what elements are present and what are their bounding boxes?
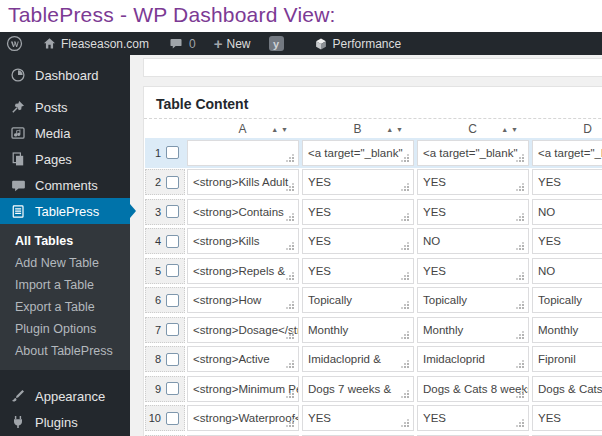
sidebar-item-appearance[interactable]: Appearance xyxy=(0,383,130,409)
sidebar-item-media[interactable]: Media xyxy=(0,120,130,146)
cell-textarea[interactable]: YES xyxy=(532,405,602,431)
resize-grip-icon[interactable] xyxy=(516,360,524,368)
cell-textarea[interactable]: <strong>Contains xyxy=(187,199,299,225)
resize-grip-icon[interactable] xyxy=(516,242,524,250)
resize-grip-icon[interactable] xyxy=(516,301,524,309)
sort-arrows-icon[interactable]: ▲▼ xyxy=(271,126,291,133)
row-checkbox[interactable] xyxy=(166,294,179,307)
submenu-item-plugin-options[interactable]: Plugin Options xyxy=(0,318,130,340)
cell-textarea[interactable]: <strong>Active xyxy=(187,346,299,372)
cell-textarea[interactable]: <strong>How xyxy=(187,287,299,313)
sidebar-item-posts[interactable]: Posts xyxy=(0,94,130,120)
cell-textarea[interactable] xyxy=(187,140,299,166)
cell-textarea[interactable]: YES xyxy=(417,258,529,284)
sidebar-item-pages[interactable]: Pages xyxy=(0,146,130,172)
cell-textarea[interactable]: Monthly xyxy=(532,317,602,343)
resize-grip-icon[interactable] xyxy=(401,301,409,309)
sidebar-item-plugins[interactable]: Plugins xyxy=(0,409,130,435)
cell-textarea[interactable]: YES xyxy=(532,228,602,254)
resize-grip-icon[interactable] xyxy=(286,272,294,280)
row-checkbox[interactable] xyxy=(166,353,179,366)
cell-textarea[interactable]: Imidacloprid & xyxy=(302,346,414,372)
cell-textarea[interactable]: YES xyxy=(417,169,529,195)
row-checkbox[interactable] xyxy=(166,264,179,277)
cell-textarea[interactable]: <strong>Repels & xyxy=(187,258,299,284)
cell-textarea[interactable]: <strong>Waterproof< xyxy=(187,405,299,431)
row-checkbox[interactable] xyxy=(166,146,179,159)
resize-grip-icon[interactable] xyxy=(516,331,524,339)
cell-textarea[interactable]: Topically xyxy=(532,287,602,313)
resize-grip-icon[interactable] xyxy=(401,272,409,280)
yoast-seo-button[interactable]: y xyxy=(262,32,291,55)
submenu-item-export-a-table[interactable]: Export a Table xyxy=(0,296,130,318)
resize-grip-icon[interactable] xyxy=(516,213,524,221)
cell-textarea[interactable]: Dogs & Cats 8 weeks xyxy=(417,376,529,402)
resize-grip-icon[interactable] xyxy=(401,183,409,191)
resize-grip-icon[interactable] xyxy=(516,390,524,398)
site-name-button[interactable]: Fleaseason.com xyxy=(36,32,156,55)
cell-textarea[interactable]: Dogs 7 weeks & xyxy=(302,376,414,402)
cell-textarea[interactable]: YES xyxy=(532,169,602,195)
resize-grip-icon[interactable] xyxy=(286,419,294,427)
sidebar-item-tablepress[interactable]: TablePress xyxy=(0,198,130,224)
resize-grip-icon[interactable] xyxy=(286,390,294,398)
cell-textarea[interactable]: Monthly xyxy=(417,317,529,343)
performance-menu-button[interactable]: Performance xyxy=(307,32,409,55)
submenu-item-all-tables[interactable]: All Tables xyxy=(0,230,130,252)
resize-grip-icon[interactable] xyxy=(401,390,409,398)
submenu-item-import-a-table[interactable]: Import a Table xyxy=(0,274,130,296)
resize-grip-icon[interactable] xyxy=(286,331,294,339)
resize-grip-icon[interactable] xyxy=(286,360,294,368)
resize-grip-icon[interactable] xyxy=(286,301,294,309)
cell-textarea[interactable]: Dogs & Cats 8 xyxy=(532,376,602,402)
wordpress-logo-button[interactable] xyxy=(0,32,30,55)
cell-textarea[interactable]: Topically xyxy=(417,287,529,313)
cell-textarea[interactable]: YES xyxy=(302,199,414,225)
sidebar-item-dashboard[interactable]: Dashboard xyxy=(0,62,130,88)
resize-grip-icon[interactable] xyxy=(286,154,294,162)
row-checkbox[interactable] xyxy=(166,382,179,395)
sidebar-item-comments[interactable]: Comments xyxy=(0,172,130,198)
resize-grip-icon[interactable] xyxy=(516,419,524,427)
resize-grip-icon[interactable] xyxy=(401,213,409,221)
cell-textarea[interactable]: <strong>Minimum Pet xyxy=(187,376,299,402)
resize-grip-icon[interactable] xyxy=(401,419,409,427)
cell-textarea[interactable]: YES xyxy=(417,199,529,225)
cell-textarea[interactable]: YES xyxy=(302,258,414,284)
cell-textarea[interactable]: YES xyxy=(302,405,414,431)
resize-grip-icon[interactable] xyxy=(516,154,524,162)
resize-grip-icon[interactable] xyxy=(401,331,409,339)
cell-textarea[interactable]: Imidacloprid xyxy=(417,346,529,372)
cell-textarea[interactable]: NO xyxy=(417,228,529,254)
new-content-button[interactable]: + New xyxy=(207,32,258,55)
sort-arrows-icon[interactable]: ▲▼ xyxy=(501,126,521,133)
resize-grip-icon[interactable] xyxy=(401,154,409,162)
cell-textarea[interactable]: YES xyxy=(302,228,414,254)
resize-grip-icon[interactable] xyxy=(286,213,294,221)
submenu-item-about-tablepress[interactable]: About TablePress xyxy=(0,340,130,362)
cell-textarea[interactable]: <a target="_blank" xyxy=(532,140,602,166)
cell-textarea[interactable]: YES xyxy=(417,405,529,431)
cell-textarea[interactable]: <a target="_blank" xyxy=(417,140,529,166)
resize-grip-icon[interactable] xyxy=(401,242,409,250)
cell-textarea[interactable]: NO xyxy=(532,199,602,225)
resize-grip-icon[interactable] xyxy=(286,183,294,191)
sort-arrows-icon[interactable]: ▲▼ xyxy=(386,126,406,133)
comments-badge-button[interactable]: 0 xyxy=(162,32,203,55)
row-checkbox[interactable] xyxy=(166,323,179,336)
cell-textarea[interactable]: <strong>Kills Adult xyxy=(187,169,299,195)
cell-textarea[interactable]: <strong>Kills xyxy=(187,228,299,254)
cell-textarea[interactable]: NO xyxy=(532,258,602,284)
cell-textarea[interactable]: Fipronil xyxy=(532,346,602,372)
row-checkbox[interactable] xyxy=(166,235,179,248)
submenu-item-add-new-table[interactable]: Add New Table xyxy=(0,252,130,274)
resize-grip-icon[interactable] xyxy=(286,242,294,250)
row-checkbox[interactable] xyxy=(166,205,179,218)
resize-grip-icon[interactable] xyxy=(516,183,524,191)
cell-textarea[interactable]: YES xyxy=(302,169,414,195)
row-checkbox[interactable] xyxy=(166,412,179,425)
resize-grip-icon[interactable] xyxy=(401,360,409,368)
resize-grip-icon[interactable] xyxy=(516,272,524,280)
cell-textarea[interactable]: <a target="_blank" xyxy=(302,140,414,166)
cell-textarea[interactable]: <strong>Dosage</str xyxy=(187,317,299,343)
